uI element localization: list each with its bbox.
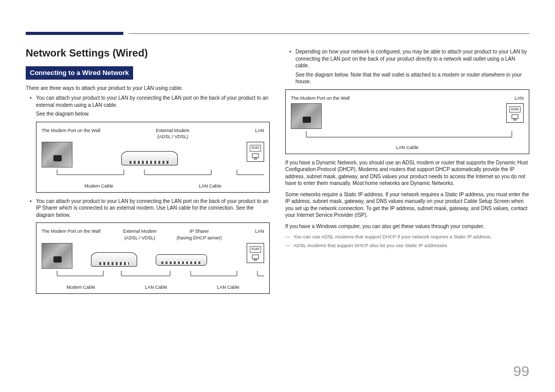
- body-paragraph: If you have a Windows computer, you can …: [285, 223, 529, 230]
- diag-label: The Modem Port on the Wall: [42, 127, 129, 140]
- body-paragraph: Some networks require a Static IP addres…: [285, 191, 529, 219]
- diag-label: External Modem (ADSL / VDSL): [112, 228, 168, 240]
- wall-port-icon: [42, 142, 72, 167]
- bullet-text: You can attach your product to your LAN …: [36, 95, 268, 108]
- cable-lines: [291, 131, 524, 141]
- cable-lines: [42, 170, 264, 180]
- note-item: You can use ADSL modems that support DHC…: [285, 234, 529, 240]
- svg-rect-4: [512, 115, 518, 119]
- rj45-icon: [511, 114, 519, 121]
- diagram-modem: The Modem Port on the Wall External Mode…: [36, 122, 270, 193]
- manual-page: Network Settings (Wired) Connecting to a…: [0, 0, 555, 392]
- modem-icon: [91, 252, 137, 267]
- cable-label: LAN Cable: [217, 284, 239, 290]
- diag-label: LAN: [438, 95, 524, 101]
- diagram-wall-direct: The Modem Port on the Wall LAN RJ45 LAN …: [285, 89, 529, 154]
- wall-port-icon: [42, 243, 72, 269]
- ip-sharer-icon: [156, 254, 207, 266]
- rj45-icon: [251, 153, 260, 160]
- diag-label: The Modem Port on the Wall: [42, 228, 108, 240]
- cable-lines: [42, 271, 264, 281]
- lan-port-box: RJ45: [247, 243, 264, 263]
- svg-rect-2: [252, 255, 258, 259]
- diag-label: LAN: [216, 127, 264, 140]
- lan-port-box: RJ45: [506, 103, 524, 123]
- diagram-ip-sharer: The Modem Port on the Wall External Mode…: [36, 222, 270, 293]
- page-number: 99: [513, 363, 529, 380]
- bullet-subtext: See the diagram below.: [36, 110, 270, 118]
- diag-label: LAN: [231, 228, 264, 240]
- right-column: Depending on how your network is configu…: [285, 46, 529, 299]
- lan-port-box: RJ45: [247, 142, 264, 162]
- cable-label: LAN Cable: [396, 144, 419, 151]
- svg-rect-0: [252, 154, 258, 158]
- svg-rect-3: [254, 259, 256, 260]
- wall-port-icon: [291, 103, 322, 129]
- left-column: Network Settings (Wired) Connecting to a…: [26, 46, 270, 299]
- svg-rect-1: [254, 158, 256, 159]
- cable-label: LAN Cable: [199, 183, 221, 189]
- cable-label: LAN Cable: [145, 284, 168, 290]
- body-paragraph: If you have a Dynamic Network, you shoul…: [285, 159, 529, 187]
- diag-label: IP Sharer (having DHCP server): [172, 228, 227, 240]
- page-title: Network Settings (Wired): [26, 46, 270, 60]
- rj45-icon: [251, 254, 260, 261]
- svg-rect-5: [514, 119, 516, 120]
- section-heading: Connecting to a Wired Network: [26, 66, 133, 80]
- bullet-subtext: See the diagram below. Note that the wal…: [295, 71, 529, 85]
- diag-label: The Modem Port on the Wall: [291, 95, 434, 101]
- bullet-item: You can attach your product to your LAN …: [36, 198, 270, 219]
- bullet-text: Depending on how your network is configu…: [295, 49, 527, 68]
- bullet-item: Depending on how your network is configu…: [295, 48, 529, 85]
- cable-label: Modem Cable: [66, 284, 95, 290]
- cable-label: Modem Cable: [84, 183, 113, 189]
- modem-icon: [121, 151, 178, 165]
- bullet-text: You can attach your product to your LAN …: [36, 198, 268, 218]
- note-item: ADSL modems that support DHCP also let y…: [285, 242, 529, 249]
- bullet-item: You can attach your product to your LAN …: [36, 95, 270, 118]
- diag-label: External Modem (ADSL / VDSL): [133, 127, 212, 140]
- header-rule: [128, 33, 529, 34]
- intro-text: There are three ways to attach your prod…: [26, 85, 270, 92]
- header-accent-bar: [26, 32, 123, 35]
